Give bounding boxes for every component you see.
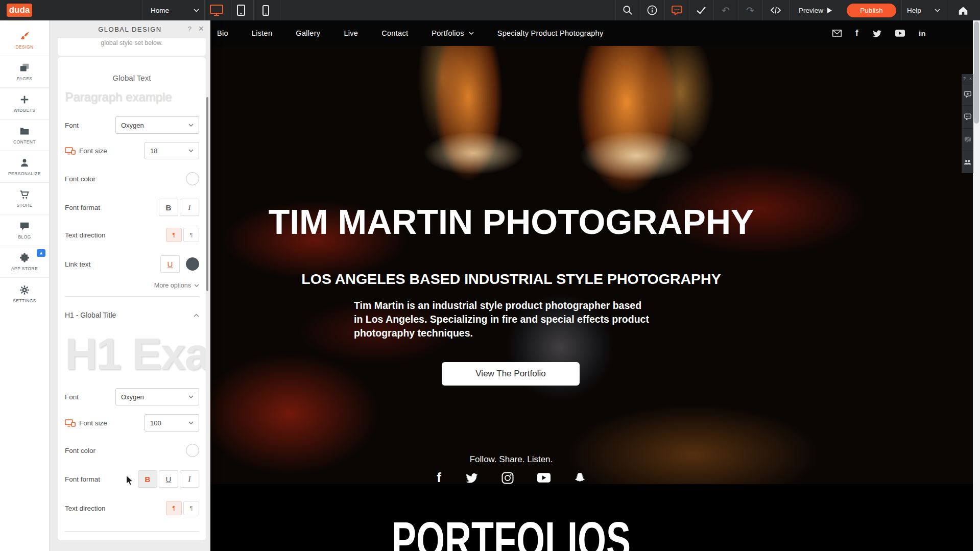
comments-button[interactable]: [664, 0, 689, 20]
paragraph-preview: Paragraph example: [65, 90, 172, 104]
sidebar-item-app-store[interactable]: ★ APP STORE: [0, 246, 49, 278]
folder-icon: [19, 126, 30, 137]
chevron-down-icon: [194, 9, 199, 12]
link-underline-button[interactable]: U: [160, 255, 180, 273]
link-color-swatch[interactable]: [186, 257, 199, 271]
view-portfolio-button[interactable]: View The Portfolio: [442, 362, 580, 386]
panel-card: Global Text Paragraph example Font Oxyge…: [58, 57, 206, 540]
youtube-icon[interactable]: [895, 30, 905, 37]
snapchat-icon[interactable]: [574, 472, 586, 484]
h1-font-color-swatch[interactable]: [186, 444, 199, 457]
site-nav-live[interactable]: Live: [344, 29, 358, 37]
pilcrow-icon: ¶: [190, 232, 193, 238]
facebook-icon[interactable]: f: [855, 28, 858, 38]
responsive-devices-icon[interactable]: [65, 147, 76, 155]
h1-italic-button[interactable]: I: [180, 470, 199, 488]
twitter-icon[interactable]: [872, 30, 881, 37]
scrollbar-thumb[interactable]: [974, 21, 979, 124]
gear-icon: [19, 284, 30, 296]
sidebar-item-blog[interactable]: BLOG: [0, 214, 49, 246]
italic-button[interactable]: I: [180, 199, 199, 216]
sidebar-item-design[interactable]: DESIGN: [0, 25, 49, 56]
sidebar-item-pages[interactable]: PAGES: [0, 56, 49, 88]
responsive-devices-icon[interactable]: [65, 419, 76, 427]
search-button[interactable]: [615, 0, 640, 20]
sidebar-item-personalize[interactable]: PERSONALIZE: [0, 151, 49, 183]
font-size-select[interactable]: 18: [145, 142, 199, 159]
plus-icon: [19, 94, 30, 105]
bold-button[interactable]: B: [159, 199, 178, 216]
sidebar-item-label: SETTINGS: [13, 298, 36, 303]
panel-note: global style set below.: [58, 38, 206, 56]
sidebar-item-settings[interactable]: SETTINGS: [0, 278, 49, 309]
dev-mode-button[interactable]: [762, 0, 789, 20]
h1-font-select[interactable]: Oxygen: [115, 388, 199, 405]
redo-button[interactable]: ↷: [738, 0, 762, 20]
font-color-swatch[interactable]: [186, 172, 199, 185]
chevron-down-icon: [935, 9, 940, 12]
sidebar-item-label: BLOG: [18, 234, 31, 239]
tablet-view-button[interactable]: [229, 0, 253, 20]
h1-ltr-direction-button[interactable]: ¶: [166, 501, 182, 515]
chevron-up-icon: [194, 314, 199, 317]
desktop-view-button[interactable]: [204, 0, 229, 20]
instagram-icon[interactable]: [501, 472, 514, 484]
panel-header: GLOBAL DESIGN ? ×: [50, 20, 210, 39]
team-members-button[interactable]: [962, 151, 973, 173]
people-icon: [964, 159, 971, 165]
help-dropdown[interactable]: Help: [901, 0, 946, 20]
panel-title: GLOBAL DESIGN: [50, 26, 210, 33]
h1-font-size-row: Font size 100: [65, 414, 199, 432]
portfolios-title: PORTFOLIOS: [179, 511, 844, 551]
undo-icon: ↶: [722, 5, 730, 16]
comments-list-button[interactable]: [962, 106, 973, 128]
close-icon[interactable]: ×: [969, 76, 972, 81]
font-select[interactable]: Oxygen: [115, 116, 199, 134]
ltr-direction-button[interactable]: ¶: [166, 228, 182, 242]
sidebar-item-widgets[interactable]: WIDGETS: [0, 88, 49, 119]
panel-scrollbar-thumb[interactable]: [206, 97, 208, 291]
h1-section-header[interactable]: H1 - Global Title: [65, 310, 199, 320]
brush-icon: [19, 31, 30, 42]
site-nav-listen[interactable]: Listen: [252, 29, 273, 37]
global-design-panel: GLOBAL DESIGN ? × global style set below…: [50, 20, 210, 551]
info-icon: [647, 5, 657, 15]
save-check-button[interactable]: [689, 0, 713, 20]
mobile-view-button[interactable]: [253, 0, 278, 20]
more-options-link[interactable]: More options: [154, 282, 199, 289]
rtl-direction-button[interactable]: ¶: [183, 228, 199, 242]
cart-icon: [19, 189, 30, 200]
preview-button[interactable]: Preview: [789, 0, 842, 20]
twitter-icon[interactable]: [465, 472, 478, 483]
page-scrollbar[interactable]: [973, 20, 980, 551]
global-text-heading: Global Text: [58, 74, 206, 82]
site-nav-contact[interactable]: Contact: [381, 29, 408, 37]
facebook-icon[interactable]: f: [437, 470, 441, 486]
help-question-icon[interactable]: ?: [963, 76, 966, 81]
site-nav-specialty[interactable]: Specialty Product Photography: [497, 29, 604, 37]
site-nav-gallery[interactable]: Gallery: [296, 29, 320, 37]
h1-bold-button[interactable]: B: [138, 470, 157, 488]
add-comment-button[interactable]: [962, 83, 973, 106]
h1-font-color-row: Font color: [65, 442, 199, 459]
close-icon[interactable]: ×: [198, 23, 204, 34]
duda-logo[interactable]: duda: [7, 4, 32, 17]
site-nav-portfolios[interactable]: Portfolios: [432, 29, 473, 37]
sidebar-item-store[interactable]: STORE: [0, 183, 49, 214]
email-icon[interactable]: [832, 30, 842, 37]
pages-icon: [19, 62, 30, 74]
info-button[interactable]: [640, 0, 664, 20]
sidebar-item-content[interactable]: CONTENT: [0, 119, 49, 151]
site-nav-bio[interactable]: Bio: [217, 29, 228, 37]
hide-comments-button[interactable]: [962, 129, 973, 151]
page-selector-dropdown[interactable]: Home: [142, 0, 204, 20]
youtube-icon[interactable]: [537, 473, 551, 483]
h1-underline-button[interactable]: U: [159, 470, 178, 488]
undo-button[interactable]: ↶: [713, 0, 738, 20]
publish-button[interactable]: Publish: [847, 4, 896, 17]
h1-rtl-direction-button[interactable]: ¶: [183, 501, 199, 515]
linkedin-icon[interactable]: in: [919, 29, 926, 38]
help-question-icon[interactable]: ?: [188, 25, 192, 33]
h1-font-size-select[interactable]: 100: [145, 414, 199, 432]
dashboard-home-button[interactable]: [946, 0, 980, 20]
